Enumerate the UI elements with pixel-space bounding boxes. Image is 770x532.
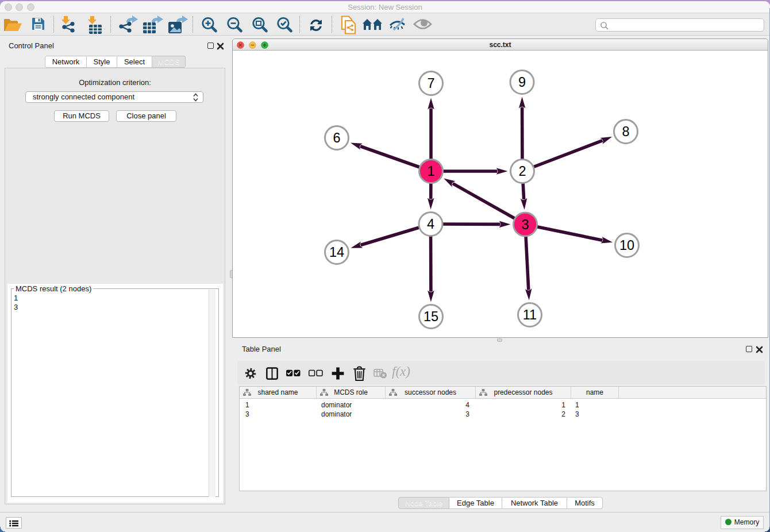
svg-text:8: 8 — [622, 124, 629, 139]
svg-text:6: 6 — [333, 130, 340, 145]
svg-text:3: 3 — [521, 217, 529, 232]
svg-text:14: 14 — [329, 245, 344, 260]
svg-text:10: 10 — [619, 238, 634, 253]
svg-text:9: 9 — [518, 75, 526, 90]
svg-text:4: 4 — [427, 217, 434, 232]
svg-text:15: 15 — [424, 309, 438, 324]
svg-text:11: 11 — [523, 307, 537, 322]
svg-text:7: 7 — [427, 76, 434, 91]
svg-text:1: 1 — [427, 164, 434, 179]
svg-text:2: 2 — [518, 164, 526, 179]
